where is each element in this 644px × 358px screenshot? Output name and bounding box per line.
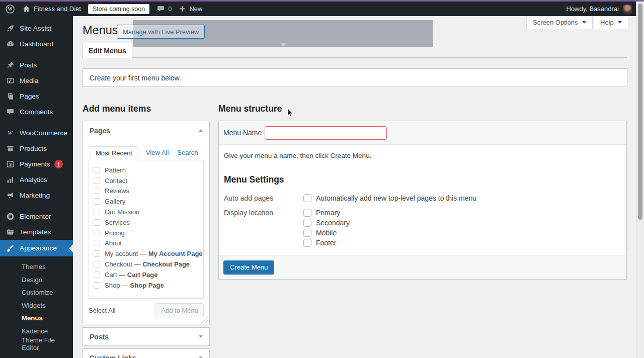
user-avatar[interactable] [623, 5, 632, 14]
checkbox[interactable] [94, 230, 100, 236]
location-primary[interactable]: Primary [303, 208, 350, 218]
menu-name-input[interactable] [265, 126, 387, 140]
screen-options-button[interactable]: Screen Options [526, 16, 593, 29]
rocket-icon [6, 24, 15, 33]
location-footer[interactable]: Footer [303, 238, 350, 248]
checkbox[interactable] [94, 188, 100, 194]
checkbox[interactable] [94, 282, 100, 289]
sidebar-item-analytics[interactable]: Analytics [0, 172, 73, 188]
help-button[interactable]: Help [594, 16, 628, 29]
brush-icon [6, 244, 15, 252]
checkbox[interactable] [94, 177, 100, 184]
submenu-item-design[interactable]: Design [0, 274, 73, 287]
page-item-services[interactable]: Services [89, 217, 203, 228]
collapse-arrow-icon[interactable] [199, 129, 203, 132]
sidebar-item-comments[interactable]: Comments [0, 104, 73, 120]
sidebar-item-marketing[interactable]: Marketing [0, 188, 73, 203]
scrollbar-thumb[interactable] [638, 4, 642, 220]
page-item-cart[interactable]: Cart — Cart Page [89, 270, 203, 280]
checkbox[interactable] [94, 261, 100, 267]
create-menu-button[interactable]: Create Menu [223, 260, 274, 275]
wordpress-logo-menu[interactable]: W [5, 4, 15, 14]
site-link[interactable]: Fitness and Diet [22, 5, 81, 13]
checkbox[interactable] [94, 198, 100, 205]
sidebar-item-elementor[interactable]: Elementor [0, 209, 73, 224]
checkbox[interactable] [303, 239, 311, 247]
submenu-item-widgets[interactable]: Widgets [0, 299, 73, 312]
sidebar-item-payments[interactable]: $ Payments 1 [0, 156, 73, 172]
checkbox[interactable] [303, 209, 311, 217]
page-item-shop[interactable]: Shop — Shop Page [89, 280, 203, 291]
admin-sidebar: Site Assist Dashboard Posts Media Pages … [0, 16, 73, 358]
pages-panel: Pages Most Recent View All Search Patter… [83, 121, 210, 324]
add-to-menu-button[interactable]: Add to Menu [155, 303, 204, 317]
sidebar-item-site-assist[interactable]: Site Assist [0, 21, 73, 36]
sidebar-item-products[interactable]: Products [0, 141, 73, 156]
woocommerce-icon: W [6, 129, 15, 137]
posts-accordion[interactable]: Posts [83, 327, 210, 346]
tab-search[interactable]: Search [177, 149, 198, 160]
checkbox[interactable] [303, 229, 311, 237]
sidebar-item-plugins[interactable]: Plugins [0, 354, 73, 358]
pages-checklist: Pattern Contact Reviews Gallery Our Miss… [89, 160, 204, 299]
checkbox[interactable] [94, 167, 100, 173]
sidebar-item-templates[interactable]: Templates [0, 224, 73, 240]
sidebar-item-posts[interactable]: Posts [0, 57, 73, 73]
folder-icon [6, 228, 15, 236]
page-item-checkout[interactable]: Checkout — Checkout Page [89, 259, 203, 270]
comments-shortcut[interactable]: 0 [156, 5, 172, 13]
page-item-pattern[interactable]: Pattern [89, 165, 203, 175]
sidebar-item-woocommerce[interactable]: W WooCommerce [0, 125, 73, 141]
page-item-about[interactable]: About [89, 238, 203, 249]
submenu-item-customize[interactable]: Customize [0, 286, 73, 299]
scrollbar[interactable] [636, 2, 644, 358]
tab-edit-menus[interactable]: Edit Menus [83, 43, 132, 58]
tab-view-all[interactable]: View All [146, 149, 169, 160]
comment-bubble-icon [156, 5, 165, 13]
checkbox[interactable] [94, 250, 100, 257]
auto-add-option[interactable]: Automatically add new top-level pages to… [303, 193, 476, 203]
sidebar-item-media[interactable]: Media [0, 73, 73, 88]
location-secondary[interactable]: Secondary [303, 218, 350, 228]
new-content-menu[interactable]: New [179, 5, 202, 13]
checkbox[interactable] [303, 219, 311, 227]
appearance-submenu: Themes Design Customize Widgets Menus Ka… [0, 256, 73, 354]
dashboard-icon [6, 40, 15, 48]
tab-most-recent[interactable]: Most Recent [91, 146, 137, 160]
page-item-gallery[interactable]: Gallery [89, 196, 203, 207]
page-item-my-account[interactable]: My account — My Account Page [89, 248, 203, 259]
page-item-our-mission[interactable]: Our Mission [89, 207, 203, 217]
chart-icon [6, 175, 15, 184]
sidebar-separator [0, 203, 73, 209]
page-item-reviews[interactable]: Reviews [89, 186, 203, 197]
page-item-pricing[interactable]: Pricing [89, 228, 203, 238]
howdy-account-menu[interactable]: Howdy, Basandrai [566, 5, 619, 13]
auto-add-text: Automatically add new top-level pages to… [316, 194, 476, 202]
manage-with-live-preview-button[interactable]: Manage with Live Preview [117, 25, 205, 39]
page-item-contact[interactable]: Contact [89, 175, 203, 186]
select-all-link[interactable]: Select All [89, 307, 115, 314]
elementor-icon [6, 212, 15, 221]
media-icon [6, 76, 15, 85]
pages-panel-header[interactable]: Pages [83, 121, 209, 140]
menu-name-label: Menu Name [223, 129, 262, 137]
help-label: Help [600, 19, 614, 26]
checkbox[interactable] [94, 240, 100, 246]
sidebar-item-pages[interactable]: Pages [0, 88, 73, 104]
checkbox[interactable] [303, 194, 311, 202]
submenu-item-menus[interactable]: Menus [0, 312, 73, 325]
sidebar-item-label: Marketing [20, 192, 50, 199]
sidebar-item-dashboard[interactable]: Dashboard [0, 36, 73, 52]
sidebar-item-appearance[interactable]: Appearance [0, 240, 73, 256]
sidebar-item-label: Dashboard [20, 40, 53, 48]
checkbox[interactable] [94, 219, 100, 226]
checkbox[interactable] [94, 209, 100, 215]
submenu-item-theme-file-editor[interactable]: Theme File Editor [0, 337, 73, 350]
svg-text:$: $ [9, 162, 12, 167]
resize-handle[interactable] [202, 317, 208, 323]
submenu-item-themes[interactable]: Themes [0, 260, 73, 274]
checkbox[interactable] [94, 272, 100, 278]
custom-links-accordion[interactable]: Custom Links [83, 348, 210, 358]
location-mobile[interactable]: Mobile [303, 228, 350, 238]
submenu-item-kadence[interactable]: Kadence [0, 325, 73, 338]
